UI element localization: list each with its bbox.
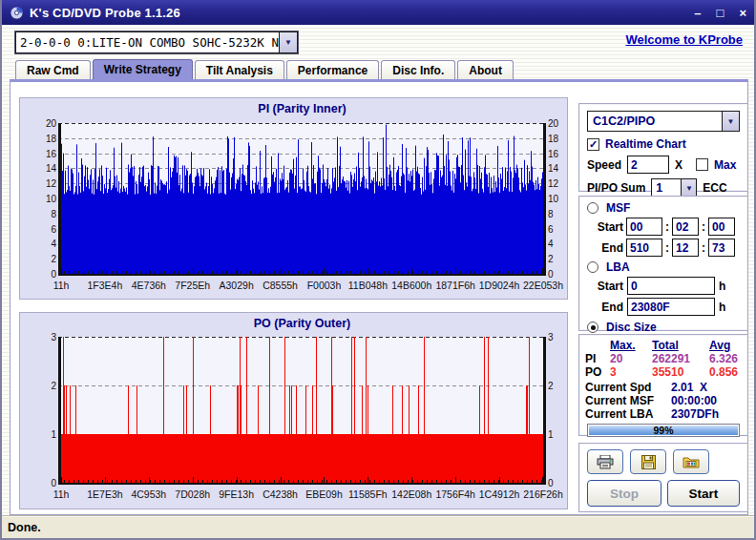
msf-end-min[interactable]	[626, 239, 662, 257]
po-y-axis-right: 0123	[548, 337, 573, 485]
tab-bar: Raw Cmd Write Strategy Tilt Analysis Per…	[15, 59, 515, 79]
po-y-axis-left: 0123	[32, 337, 56, 485]
lba-end-input[interactable]	[627, 298, 715, 316]
y-axis-tick-label: 0	[548, 269, 573, 280]
title-bar: K's CD/DVD Probe 1.1.26 – □ ×	[2, 0, 754, 25]
pi-x-axis: 11h1F3E4h4E736h7F25EhA3029hC8555hF0003h1…	[58, 280, 546, 292]
y-axis-tick-label: 8	[548, 209, 573, 219]
scan-options-box: C1C2/PIPO ▼ ✓ Realtime Chart Speed X Max…	[578, 103, 748, 192]
realtime-chart-checkbox[interactable]: ✓	[587, 138, 599, 151]
printer-icon	[597, 455, 614, 469]
y-axis-tick-label: 6	[548, 224, 573, 235]
colon: :	[665, 220, 669, 234]
minimize-button[interactable]: –	[694, 7, 701, 19]
msf-radio[interactable]	[587, 202, 598, 214]
y-axis-tick-label: 10	[548, 194, 573, 204]
y-axis-tick-label: 12	[32, 178, 56, 189]
status-text: Done.	[8, 521, 41, 534]
x-axis-tick-label: C4238h	[262, 488, 298, 500]
disc-size-label: Disc Size	[606, 321, 657, 334]
chevron-down-icon[interactable]: ▼	[279, 32, 297, 52]
msf-end-label: End	[587, 241, 623, 255]
pipo-sum-value: 1	[652, 179, 681, 197]
msf-end-sec[interactable]	[672, 239, 699, 257]
stats-table: Max. Total Avg PI 20 262291 6.326 PO 3 3…	[581, 339, 746, 379]
x-axis-tick-label: 7D028h	[175, 488, 210, 500]
current-speed-label: Current Spd	[585, 381, 671, 394]
x-axis-tick-label: 4E736h	[132, 280, 166, 291]
speed-label: Speed	[587, 158, 621, 172]
pi-max-value: 20	[610, 352, 652, 365]
start-button[interactable]: Start	[667, 480, 740, 507]
stop-button[interactable]: Stop	[587, 480, 662, 507]
chevron-down-icon[interactable]: ▼	[722, 112, 739, 131]
tab-write-strategy[interactable]: Write Strategy	[93, 59, 193, 79]
hex-suffix: h	[719, 301, 725, 314]
x-axis-tick-label: 1871F6h	[435, 280, 474, 291]
speed-unit-label: X	[675, 158, 682, 172]
y-axis-tick-label: 3	[548, 332, 573, 343]
x-axis-tick-label: 4C953h	[131, 488, 166, 500]
drive-selector-value: 2-0-0-0 0:LITE-ON COMBO SOHC-5232K NK07	[16, 32, 279, 52]
msf-start-sec[interactable]	[672, 218, 699, 236]
max-speed-label: Max	[714, 158, 736, 172]
tab-about[interactable]: About	[457, 60, 514, 79]
statistics-box: Max. Total Avg PI 20 262291 6.326 PO 3 3…	[578, 334, 748, 436]
x-axis-tick-label: A3029h	[220, 280, 254, 291]
current-lba-label: Current LBA	[585, 407, 671, 421]
welcome-link[interactable]: Welcome to KProbe	[625, 32, 743, 47]
close-button[interactable]: ×	[739, 7, 746, 19]
x-axis-tick-label: C8555h	[262, 280, 298, 291]
tab-raw-cmd[interactable]: Raw Cmd	[15, 60, 91, 79]
msf-start-min[interactable]	[626, 218, 662, 236]
colon: :	[702, 241, 705, 255]
max-speed-checkbox[interactable]	[696, 158, 708, 171]
mode-select[interactable]: C1C2/PIPO ▼	[587, 111, 740, 132]
scan-range-box: MSF Start : : End : :	[578, 196, 748, 331]
y-axis-tick-label: 3	[32, 332, 56, 343]
pi-chart-panel: PI (Parity Inner) 02468101214161820 0246…	[19, 97, 568, 300]
x-axis-tick-label: 1756F4h	[435, 488, 474, 500]
x-axis-tick-label: 11h	[53, 488, 70, 500]
pi-chart-canvas	[58, 123, 546, 276]
current-msf-label: Current MSF	[585, 394, 671, 407]
tab-tilt-analysis[interactable]: Tilt Analysis	[195, 60, 284, 79]
po-chart-canvas	[58, 337, 546, 485]
y-axis-tick-label: 2	[32, 381, 56, 391]
stats-header-max: Max.	[610, 339, 652, 352]
y-axis-tick-label: 14	[548, 163, 573, 174]
x-axis-tick-label: 1D9024h	[479, 280, 520, 291]
msf-end-frame[interactable]	[708, 239, 735, 257]
drive-selector[interactable]: 2-0-0-0 0:LITE-ON COMBO SOHC-5232K NK07 …	[15, 31, 298, 53]
realtime-chart-label: Realtime Chart	[605, 137, 686, 151]
x-axis-tick-label: 216F26h	[523, 488, 562, 500]
write-strategy-page: PI (Parity Inner) 02468101214161820 0246…	[10, 79, 748, 515]
tab-performance[interactable]: Performance	[286, 60, 379, 79]
lba-start-input[interactable]	[627, 277, 715, 295]
save-button[interactable]	[630, 449, 666, 474]
pi-avg-value: 6.326	[709, 352, 742, 365]
msf-start-label: Start	[587, 220, 623, 234]
pipo-sum-select[interactable]: 1 ▼	[651, 178, 697, 197]
stats-header-total: Total	[652, 339, 709, 352]
maximize-button[interactable]: □	[717, 7, 724, 19]
speed-input[interactable]	[627, 156, 669, 174]
app-window: K's CD/DVD Probe 1.1.26 – □ × 2-0-0-0 0:…	[0, 0, 756, 540]
x-axis-tick-label: 7F25Eh	[175, 280, 210, 291]
lba-radio[interactable]	[587, 261, 598, 273]
disc-size-radio[interactable]	[587, 322, 598, 333]
print-button[interactable]	[587, 449, 623, 474]
lba-end-label: End	[587, 301, 623, 314]
msf-start-frame[interactable]	[708, 218, 735, 236]
x-axis-tick-label: F0003h	[307, 280, 342, 291]
floppy-disk-icon	[641, 455, 656, 469]
x-axis-tick-label: 11585Fh	[348, 488, 388, 500]
y-axis-tick-label: 20	[548, 118, 573, 129]
y-axis-tick-label: 4	[548, 239, 573, 249]
chevron-down-icon[interactable]: ▼	[681, 179, 696, 197]
ecc-label: ECC	[703, 181, 726, 195]
y-axis-tick-label: 2	[548, 254, 573, 264]
tab-disc-info[interactable]: Disc Info.	[381, 60, 455, 79]
po-avg-value: 0.856	[709, 365, 742, 379]
export-image-button[interactable]	[673, 449, 709, 474]
